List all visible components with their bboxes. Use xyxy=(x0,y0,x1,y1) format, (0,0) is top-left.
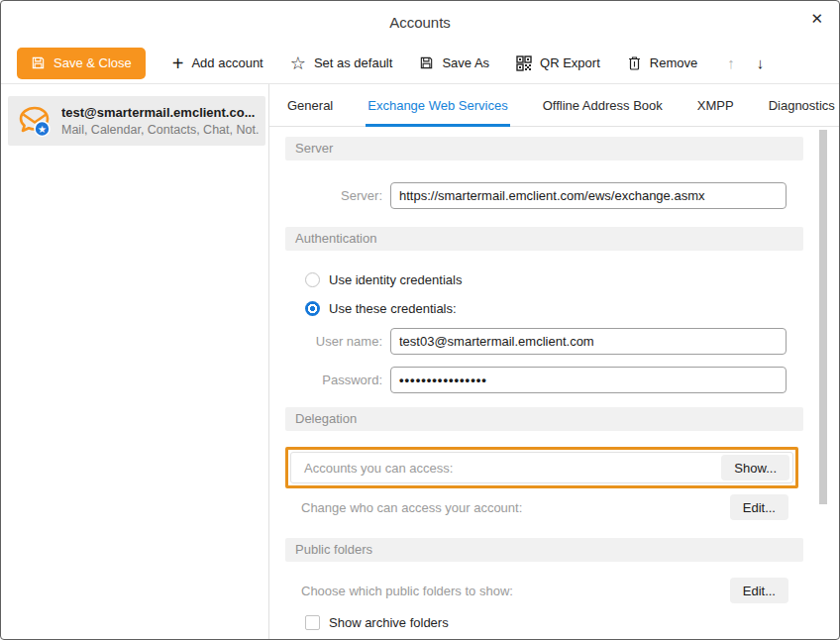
account-settings-panel: General Exchange Web Services Offline Ad… xyxy=(269,84,839,640)
svg-text:★: ★ xyxy=(38,124,47,135)
trash-icon xyxy=(627,55,642,71)
password-input[interactable] xyxy=(390,367,787,393)
radio-identity-label: Use identity credentials xyxy=(329,272,462,287)
account-avatar-icon: ★ xyxy=(16,102,53,140)
save-icon xyxy=(31,55,46,70)
radio-checked-icon xyxy=(305,301,320,316)
star-icon: ☆ xyxy=(290,54,306,72)
server-label: Server: xyxy=(285,188,382,203)
add-account-button[interactable]: + Add account xyxy=(172,53,263,73)
radio-identity-credentials[interactable]: Use identity credentials xyxy=(305,272,839,287)
remove-label: Remove xyxy=(650,55,697,70)
qr-export-button[interactable]: QR Export xyxy=(516,55,600,71)
password-row: Password: xyxy=(285,367,839,393)
archive-checkbox-row[interactable]: Show archive folders xyxy=(305,615,839,630)
archive-checkbox-label: Show archive folders xyxy=(329,615,449,630)
qr-export-label: QR Export xyxy=(540,55,600,70)
save-close-button[interactable]: Save & Close xyxy=(17,48,146,79)
account-services: Mail, Calendar, Contacts, Chat, Not... xyxy=(61,123,260,137)
set-default-label: Set as default xyxy=(314,55,393,70)
close-icon[interactable]: ✕ xyxy=(810,11,823,26)
tab-exchange-web-services[interactable]: Exchange Web Services xyxy=(366,84,509,126)
tab-offline-address-book[interactable]: Offline Address Book xyxy=(541,84,665,126)
radio-unchecked-icon xyxy=(305,272,320,287)
username-label: User name: xyxy=(285,334,382,349)
scrollbar-thumb[interactable] xyxy=(819,130,827,504)
checkbox-unchecked-icon xyxy=(305,615,320,630)
account-name: test@smartermail.emclient.co... xyxy=(61,105,260,120)
password-label: Password: xyxy=(285,373,382,387)
move-up-icon[interactable]: ↑ xyxy=(727,54,735,71)
server-input[interactable] xyxy=(390,182,787,209)
move-down-icon[interactable]: ↓ xyxy=(757,54,765,71)
save-close-label: Save & Close xyxy=(53,55,132,70)
radio-these-credentials[interactable]: Use these credentials: xyxy=(305,301,839,316)
save-as-icon xyxy=(419,55,434,70)
choose-folders-label: Choose which public folders to show: xyxy=(301,584,513,598)
qr-code-icon xyxy=(516,55,532,71)
section-header-server: Server xyxy=(285,137,803,160)
titlebar: Accounts ✕ xyxy=(1,1,839,43)
accounts-access-row: Accounts you can access: Show... xyxy=(290,452,793,483)
tab-diagnostics[interactable]: Diagnostics xyxy=(767,84,837,126)
accounts-access-label: Accounts you can access: xyxy=(304,461,721,476)
server-row: Server: xyxy=(285,182,839,209)
radio-these-label: Use these credentials: xyxy=(329,301,457,316)
highlight-annotation-box: Accounts you can access: Show... xyxy=(285,447,798,488)
section-header-public-folders: Public folders xyxy=(285,538,803,562)
tab-xmpp[interactable]: XMPP xyxy=(695,84,736,126)
account-sidebar: ★ test@smartermail.emclient.co... Mail, … xyxy=(1,84,269,640)
save-as-button[interactable]: Save As xyxy=(419,55,489,70)
account-list-item[interactable]: ★ test@smartermail.emclient.co... Mail, … xyxy=(8,96,265,146)
change-access-row: Change who can access your account: Edit… xyxy=(285,494,788,520)
edit-access-button[interactable]: Edit... xyxy=(730,494,788,520)
add-account-label: Add account xyxy=(191,55,262,70)
username-row: User name: xyxy=(285,328,839,355)
section-header-authentication: Authentication xyxy=(285,227,803,251)
set-default-button[interactable]: ☆ Set as default xyxy=(290,54,393,72)
tab-general[interactable]: General xyxy=(285,84,335,126)
tabs-bar: General Exchange Web Services Offline Ad… xyxy=(269,84,839,127)
change-access-label: Change who can access your account: xyxy=(301,500,522,515)
username-input[interactable] xyxy=(390,328,787,355)
show-button[interactable]: Show... xyxy=(721,455,789,480)
toolbar: Save & Close + Add account ☆ Set as defa… xyxy=(1,43,839,84)
settings-scroll-area: Server Server: Authentication Use identi… xyxy=(269,127,839,640)
accounts-dialog: Accounts ✕ Save & Close + Add account ☆ … xyxy=(0,0,840,640)
edit-folders-button[interactable]: Edit... xyxy=(730,578,788,603)
plus-icon: + xyxy=(172,53,184,73)
section-header-delegation: Delegation xyxy=(285,407,803,431)
page-title: Accounts xyxy=(389,14,451,31)
save-as-label: Save As xyxy=(442,55,489,70)
choose-folders-row: Choose which public folders to show: Edi… xyxy=(285,578,788,603)
remove-button[interactable]: Remove xyxy=(627,55,697,71)
